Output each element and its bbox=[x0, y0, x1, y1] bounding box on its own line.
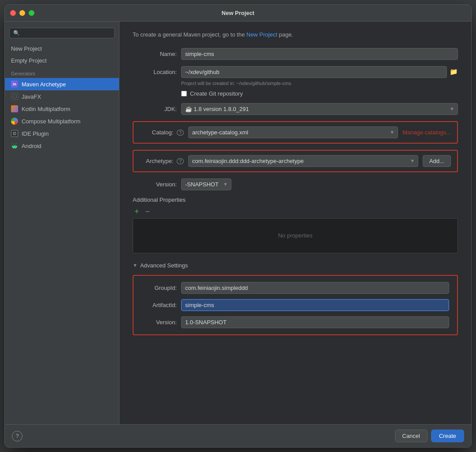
javafx-icon bbox=[11, 93, 18, 100]
titlebar: New Project bbox=[5, 5, 471, 22]
advanced-settings-toggle[interactable]: ▼ Advanced Settings bbox=[133, 262, 458, 269]
sidebar-item-label: Android bbox=[22, 143, 41, 149]
version-select-wrapper: -SNAPSHOT ▼ bbox=[181, 178, 231, 190]
add-button[interactable]: Add... bbox=[423, 155, 451, 167]
svg-rect-4 bbox=[14, 148, 14, 149]
maven-icon: m bbox=[11, 81, 18, 88]
svg-rect-5 bbox=[15, 148, 16, 149]
artifactid-row: ArtifactId: bbox=[141, 299, 449, 311]
sidebar: 🔍 New Project Empty Project Generators m… bbox=[5, 22, 119, 424]
svg-point-8 bbox=[13, 146, 14, 146]
version-row: Version: -SNAPSHOT ▼ bbox=[133, 178, 458, 190]
search-input[interactable] bbox=[22, 30, 111, 36]
jdk-row: JDK: ☕ 1.8 version 1.8.0_291 ▼ bbox=[133, 103, 458, 115]
sidebar-item-label: IDE Plugin bbox=[22, 130, 48, 137]
version-label: Version: bbox=[133, 181, 177, 188]
sidebar-item-new-project[interactable]: New Project bbox=[5, 43, 119, 55]
folder-icon[interactable]: 📁 bbox=[450, 68, 458, 76]
cancel-button[interactable]: Cancel bbox=[395, 430, 428, 442]
name-row: Name: bbox=[133, 48, 458, 60]
archetype-label: Archetype: ? bbox=[140, 158, 184, 164]
form-area: To create a general Maven project, go to… bbox=[119, 22, 471, 424]
sidebar-item-android[interactable]: Android bbox=[5, 140, 119, 152]
android-icon bbox=[11, 142, 18, 149]
add-property-button[interactable]: + bbox=[133, 207, 141, 215]
svg-rect-7 bbox=[17, 146, 17, 147]
location-label: Location: bbox=[133, 69, 177, 75]
new-project-window: New Project 🔍 New Project Empty Project … bbox=[4, 4, 472, 448]
version-select[interactable]: -SNAPSHOT bbox=[181, 178, 231, 190]
sidebar-item-label: Kotlin Multiplatform bbox=[22, 106, 71, 112]
sidebar-item-label: New Project bbox=[11, 45, 42, 52]
jdk-select-wrapper: ☕ 1.8 version 1.8.0_291 ▼ bbox=[181, 103, 458, 115]
help-button[interactable]: ? bbox=[12, 431, 22, 441]
git-row: Create Git repository bbox=[181, 90, 458, 97]
version2-row: Version: bbox=[141, 316, 449, 328]
groupid-row: GroupId: bbox=[141, 282, 449, 294]
archetype-row: Archetype: ? com.feiniaojin.ddd:ddd-arch… bbox=[140, 155, 451, 167]
sidebar-item-kotlin-multiplatform[interactable]: Kotlin Multiplatform bbox=[5, 103, 119, 115]
location-wrap: 📁 bbox=[181, 66, 458, 78]
catalog-select-wrapper: archetype-catalog.xml ▼ bbox=[188, 126, 398, 138]
chevron-down-icon: ▼ bbox=[133, 263, 138, 268]
svg-rect-6 bbox=[12, 146, 12, 147]
version2-label: Version: bbox=[141, 319, 177, 326]
minimize-button[interactable] bbox=[19, 10, 25, 16]
main-content: 🔍 New Project Empty Project Generators m… bbox=[5, 22, 471, 424]
catalog-help-icon[interactable]: ? bbox=[177, 130, 184, 136]
info-text: To create a general Maven project, go to… bbox=[133, 30, 458, 39]
sidebar-item-label: Empty Project bbox=[11, 57, 47, 64]
advanced-settings-section: ▼ Advanced Settings GroupId: ArtifactId: bbox=[133, 262, 458, 335]
advanced-settings-content: GroupId: ArtifactId: Version: bbox=[133, 275, 458, 335]
window-controls bbox=[10, 10, 34, 16]
catalog-section: Catalog: ? archetype-catalog.xml ▼ Manag… bbox=[133, 121, 458, 144]
jdk-label: JDK: bbox=[133, 106, 177, 112]
generators-section-label: Generators bbox=[5, 67, 119, 78]
search-icon: 🔍 bbox=[13, 30, 20, 36]
catalog-label: Catalog: ? bbox=[140, 129, 184, 136]
catalog-select[interactable]: archetype-catalog.xml bbox=[188, 126, 398, 138]
archetype-help-icon[interactable]: ? bbox=[177, 158, 184, 164]
maximize-button[interactable] bbox=[29, 10, 34, 16]
additional-props-label: Additional Properties bbox=[133, 196, 458, 203]
sidebar-item-label: Maven Archetype bbox=[22, 81, 66, 88]
additional-properties-section: Additional Properties + − No properties bbox=[133, 196, 458, 253]
compose-icon bbox=[11, 118, 18, 125]
sidebar-item-empty-project[interactable]: Empty Project bbox=[5, 55, 119, 67]
location-hint: Project will be created in: ~/xdev/githu… bbox=[181, 81, 458, 86]
no-properties-text: No properties bbox=[278, 232, 312, 239]
jdk-select[interactable]: ☕ 1.8 version 1.8.0_291 bbox=[181, 103, 458, 115]
svg-point-9 bbox=[15, 146, 15, 146]
archetype-select-wrapper: com.feiniaojin.ddd:ddd-archetype-archety… bbox=[188, 155, 418, 167]
groupid-input[interactable] bbox=[181, 282, 449, 294]
close-button[interactable] bbox=[10, 10, 16, 16]
kotlin-icon bbox=[11, 105, 18, 112]
sidebar-item-label: Compose Multiplatform bbox=[22, 118, 81, 125]
create-button[interactable]: Create bbox=[431, 430, 464, 442]
archetype-select[interactable]: com.feiniaojin.ddd:ddd-archetype-archety… bbox=[188, 155, 418, 167]
properties-table: No properties bbox=[133, 218, 458, 253]
manage-catalogs-link[interactable]: Manage catalogs... bbox=[402, 129, 451, 136]
sidebar-item-maven-archetype[interactable]: m Maven Archetype bbox=[5, 78, 119, 90]
groupid-label: GroupId: bbox=[141, 285, 177, 291]
sidebar-item-javafx[interactable]: JavaFX bbox=[5, 90, 119, 103]
footer-left: ? bbox=[12, 431, 22, 441]
catalog-row: Catalog: ? archetype-catalog.xml ▼ Manag… bbox=[140, 126, 451, 138]
name-input[interactable] bbox=[181, 48, 458, 60]
git-label: Create Git repository bbox=[190, 90, 243, 97]
sidebar-item-label: JavaFX bbox=[22, 93, 41, 100]
git-checkbox[interactable] bbox=[181, 91, 187, 96]
sidebar-item-compose-multiplatform[interactable]: Compose Multiplatform bbox=[5, 115, 119, 127]
sidebar-item-ide-plugin[interactable]: IDE Plugin bbox=[5, 127, 119, 140]
window-title: New Project bbox=[222, 10, 254, 16]
archetype-section: Archetype: ? com.feiniaojin.ddd:ddd-arch… bbox=[133, 150, 458, 172]
remove-property-button[interactable]: − bbox=[144, 207, 152, 215]
new-project-link[interactable]: New Project bbox=[246, 31, 277, 38]
advanced-settings-label: Advanced Settings bbox=[140, 262, 188, 269]
footer: ? Cancel Create bbox=[5, 424, 471, 447]
location-input[interactable] bbox=[181, 66, 447, 78]
version2-input[interactable] bbox=[181, 316, 449, 328]
search-box[interactable]: 🔍 bbox=[9, 28, 115, 38]
props-actions: + − bbox=[133, 207, 458, 215]
artifactid-input[interactable] bbox=[181, 299, 449, 311]
